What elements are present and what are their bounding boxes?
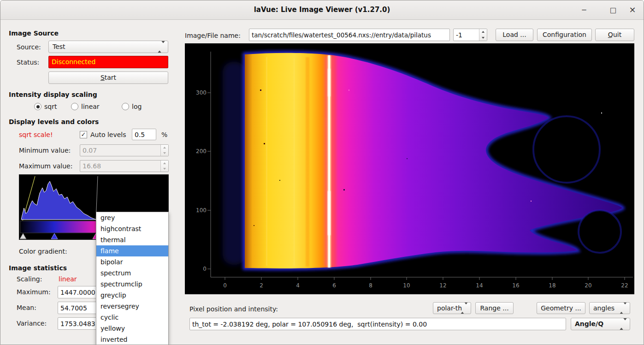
check-icon: ✓: [81, 131, 86, 138]
units-combobox[interactable]: angles: [589, 302, 630, 314]
file-path-input[interactable]: [249, 29, 450, 41]
y-tick-0: 0: [203, 266, 207, 272]
source-label: Source:: [17, 43, 41, 51]
maximize-button[interactable]: □: [608, 5, 618, 15]
radio-sqrt-label[interactable]: sqrt: [44, 102, 57, 111]
close-button[interactable]: ×: [627, 5, 638, 15]
y-tick-300: 300: [196, 89, 207, 96]
range-button[interactable]: Range ...: [475, 302, 514, 314]
menu-item-cyclic[interactable]: cyclic: [96, 312, 168, 323]
radio-log-label[interactable]: log: [132, 102, 142, 111]
combo-arrows-icon: [620, 318, 627, 330]
status-field: Disconnected: [48, 56, 168, 68]
mode-combobox[interactable]: Angle/Q: [571, 318, 630, 330]
y-tick-100: 100: [196, 207, 207, 214]
source-combobox[interactable]: Test: [48, 41, 168, 53]
configuration-button[interactable]: Configuration: [537, 29, 592, 41]
load-button[interactable]: Load ...: [496, 29, 533, 41]
menu-item-spectrumclip[interactable]: spectrumclip: [96, 279, 168, 290]
transform-combobox-value: polar-th: [437, 304, 462, 312]
color-gradient-label: Color gradient:: [19, 247, 67, 256]
transform-combobox[interactable]: polar-th: [433, 302, 471, 314]
combo-arrows-icon: [461, 303, 468, 314]
stats-mean-label: Mean:: [17, 303, 36, 312]
stats-maximum-label: Maximum:: [17, 288, 51, 296]
status-label: Status:: [17, 58, 39, 66]
gap-bite-lower: [579, 210, 621, 253]
radio-log[interactable]: [122, 103, 129, 110]
percent-sign: %: [161, 131, 167, 139]
x-tick: 22: [621, 282, 628, 289]
menu-item-highcontrast[interactable]: highcontrast: [96, 223, 168, 234]
menu-item-grey[interactable]: grey: [96, 212, 168, 223]
minimum-value-label: Minimum value:: [19, 146, 71, 155]
auto-levels-percent-input[interactable]: [132, 129, 156, 140]
window-title: laVue: Live Image Viewer (v1.27.0): [0, 6, 644, 14]
stats-scaling-value: linear: [59, 275, 77, 283]
source-combobox-value: Test: [53, 43, 65, 50]
radio-linear-label[interactable]: linear: [81, 102, 100, 111]
app-window: laVue: Live Image Viewer (v1.27.0) ─ □ ×…: [0, 0, 644, 345]
bright-line: [325, 55, 333, 268]
spin-arrows-icon[interactable]: [479, 29, 487, 41]
mode-combobox-value: Angle/Q: [575, 320, 603, 327]
image-source-heading: Image Source: [9, 29, 59, 37]
intensity-scaling-heading: Intensity display scaling: [9, 90, 97, 99]
menu-item-yellowy[interactable]: yellowy: [96, 323, 168, 334]
image-plot-canvas: 300 200 100 0 0 2 4 6 8 10 12 14 16 18 2…: [185, 43, 634, 294]
frame-input[interactable]: [454, 29, 479, 41]
combo-arrows-icon: [620, 303, 627, 314]
x-tick: 12: [439, 282, 446, 289]
gap-bite-upper: [533, 116, 600, 183]
scale-note: sqrt scale!: [19, 131, 53, 139]
menu-item-greyclip[interactable]: greyclip: [96, 290, 168, 301]
maximum-value-label: Maximum value:: [19, 162, 72, 170]
spin-arrows-icon: [160, 161, 168, 172]
image-plot[interactable]: 300 200 100 0 0 2 4 6 8 10 12 14 16 18 2…: [185, 43, 634, 294]
minimum-value-spinbox: [80, 144, 169, 156]
frame-spinbox[interactable]: [453, 29, 487, 41]
pixel-readout-field[interactable]: [189, 318, 566, 330]
menu-item-thermal[interactable]: thermal: [96, 234, 168, 245]
spin-arrows-icon: [160, 145, 168, 156]
minimum-value-input: [80, 145, 160, 156]
x-tick: 2: [260, 282, 263, 289]
titlebar[interactable]: laVue: Live Image Viewer (v1.27.0) ─ □ ×: [0, 0, 644, 20]
x-tick: 8: [369, 282, 372, 289]
x-tick: 0: [223, 282, 227, 289]
menu-item-reversegrey[interactable]: reversegrey: [96, 301, 168, 312]
stats-scaling-label: Scaling:: [17, 275, 42, 283]
stats-variance-label: Variance:: [17, 319, 47, 327]
x-tick: 14: [476, 282, 483, 289]
maximum-value-spinbox: [80, 160, 169, 172]
menu-item-spectrum[interactable]: spectrum: [96, 268, 168, 279]
start-button[interactable]: Start: [48, 71, 168, 84]
x-tick: 20: [585, 282, 591, 289]
quit-button[interactable]: Quit: [595, 29, 634, 41]
minimize-button[interactable]: ─: [579, 5, 589, 15]
menu-item-flame[interactable]: flame: [96, 245, 168, 256]
combo-arrows-icon: [158, 41, 165, 53]
display-levels-heading: Display levels and colors: [9, 118, 99, 126]
blue-halo: [223, 62, 246, 265]
x-tick: 16: [512, 282, 519, 289]
radio-linear[interactable]: [71, 103, 78, 110]
menu-item-inverted[interactable]: inverted: [96, 334, 168, 345]
x-tick: 4: [296, 282, 300, 289]
pixel-position-label: Pixel position and intensity:: [189, 305, 278, 313]
image-statistics-heading: Image statistics: [9, 264, 67, 272]
x-tick: 18: [549, 282, 555, 289]
maximum-value-input: [80, 161, 160, 172]
gradient-dropdown-menu: grey highcontrast thermal flame bipolar …: [96, 212, 169, 345]
y-tick-200: 200: [196, 148, 207, 155]
geometry-button[interactable]: Geometry ...: [537, 302, 585, 314]
auto-levels-label[interactable]: Auto levels: [90, 131, 126, 139]
radio-sqrt[interactable]: [34, 103, 41, 110]
x-tick: 10: [403, 282, 410, 289]
menu-item-bipolar[interactable]: bipolar: [96, 256, 168, 268]
x-tick: 6: [332, 282, 336, 289]
file-name-label: Image/File name:: [185, 31, 241, 40]
auto-levels-checkbox[interactable]: ✓: [80, 131, 87, 138]
units-combobox-value: angles: [593, 304, 614, 312]
